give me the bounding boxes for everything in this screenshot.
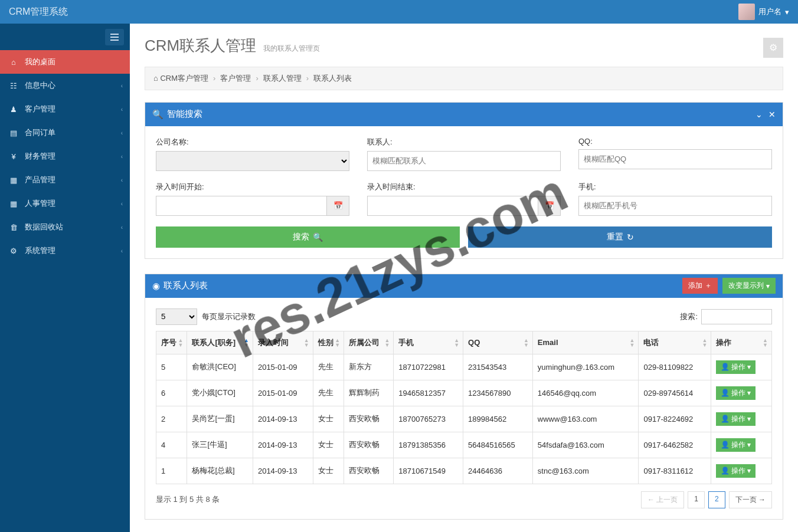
qq-input[interactable]: [578, 149, 772, 169]
reset-button[interactable]: 重置↻: [468, 226, 772, 248]
calendar-icon[interactable]: 📅: [327, 196, 349, 216]
table-cell: 6: [156, 380, 187, 406]
chevron-down-icon: ▾: [747, 363, 751, 371]
end-date-input[interactable]: [367, 196, 538, 216]
pager-page[interactable]: 1: [688, 491, 705, 508]
sort-icon: ▲▼: [763, 338, 768, 347]
table-row: 6党小娥[CTO]2015-01-09先生辉辉制药194658123571234…: [156, 380, 772, 406]
column-header[interactable]: 电话▲▼: [639, 331, 711, 354]
search-button[interactable]: 搜索🔍: [156, 226, 460, 248]
table-cell: 西安欧畅: [344, 432, 394, 458]
table-row: 2吴尚艺[一蛋]2014-09-13女士西安欧畅1870076527318998…: [156, 406, 772, 432]
table-cell: 2014-09-13: [253, 432, 313, 458]
column-header[interactable]: 序号▲▼: [156, 331, 187, 354]
sidebar-item-8[interactable]: ⚙系统管理‹: [0, 239, 130, 262]
table-cell: 0917-6462582: [639, 432, 711, 458]
sidebar-toggle[interactable]: [105, 29, 124, 45]
sidebar-item-4[interactable]: ¥财务管理‹: [0, 145, 130, 168]
column-header[interactable]: 操作▲▼: [711, 331, 772, 354]
start-date-input[interactable]: [156, 196, 327, 216]
column-header[interactable]: Email▲▼: [532, 331, 639, 354]
chevron-down-icon: ▾: [766, 282, 770, 290]
row-action-button[interactable]: 👤操作▾: [716, 464, 756, 478]
breadcrumb-item[interactable]: 联系人列表: [313, 74, 352, 83]
table-cell: 新东方: [344, 354, 394, 380]
table-cell: 党小娥[CTO]: [187, 380, 253, 406]
breadcrumb-item[interactable]: 客户管理: [220, 74, 251, 83]
search-icon: 🔍: [313, 232, 323, 242]
table-cell: 029-81109822: [639, 354, 711, 380]
table-row: 5俞敏洪[CEO]2015-01-09先生新东方1871072298123154…: [156, 354, 772, 380]
page-size-select[interactable]: 5: [156, 308, 197, 325]
add-button[interactable]: 添加＋: [682, 278, 718, 294]
column-header[interactable]: 性别▲▼: [313, 331, 344, 354]
sidebar-item-3[interactable]: ▤合同订单‹: [0, 121, 130, 145]
column-header[interactable]: QQ▲▼: [463, 331, 533, 354]
company-select[interactable]: [156, 151, 349, 171]
table-cell: 0917-8311612: [639, 458, 711, 484]
chevron-down-icon: ▾: [747, 441, 751, 449]
column-header[interactable]: 所属公司▲▼: [344, 331, 394, 354]
nav-icon: ¥: [8, 152, 19, 161]
table-cell: yuminghun@.163.com: [532, 354, 639, 380]
table-cell: 先生: [313, 354, 344, 380]
contacts-table: 序号▲▼联系人[职务]▲▼录入时间▲▼性别▲▼所属公司▲▼手机▲▼QQ▲▼Ema…: [156, 331, 772, 484]
breadcrumb-item[interactable]: 联系人管理: [263, 74, 302, 83]
table-cell: 女士: [313, 406, 344, 432]
chevron-left-icon: ‹: [121, 153, 123, 160]
calendar-icon[interactable]: 📅: [538, 196, 561, 216]
table-cell: 辉辉制药: [344, 380, 394, 406]
chevron-down-icon: ▾: [747, 467, 751, 475]
sort-icon: ▲▼: [702, 338, 708, 347]
nav-label: 人事管理: [25, 198, 55, 209]
sidebar-item-7[interactable]: 🗑数据回收站‹: [0, 215, 130, 239]
row-action-button[interactable]: 👤操作▾: [716, 438, 756, 452]
sidebar-item-2[interactable]: ♟客户管理‹: [0, 97, 130, 121]
sort-icon: ▲▼: [630, 338, 635, 347]
pager-next[interactable]: 下一页 →: [729, 491, 772, 508]
chevron-left-icon: ‹: [121, 106, 123, 113]
table-search-input[interactable]: [701, 309, 772, 324]
table-cell: 1234567890: [463, 380, 533, 406]
nav-icon: ⚙: [8, 247, 19, 255]
sort-icon: ▲▼: [524, 338, 529, 347]
table-cell: 先生: [313, 380, 344, 406]
row-action-button[interactable]: 👤操作▾: [716, 360, 756, 374]
breadcrumb-item[interactable]: CRM客户管理: [160, 74, 208, 83]
sidebar-item-0[interactable]: ⌂我的桌面: [0, 50, 130, 74]
collapse-icon[interactable]: ⌄: [756, 110, 763, 119]
home-icon: ⌂: [153, 74, 158, 83]
sidebar-item-1[interactable]: ☷信息中心‹: [0, 74, 130, 97]
table-cell: 2: [156, 406, 187, 432]
nav-icon: ☷: [8, 81, 19, 90]
column-header[interactable]: 联系人[职务]▲▼: [187, 331, 253, 354]
columns-button[interactable]: 改变显示列▾: [722, 278, 776, 294]
table-cell: 2014-09-13: [253, 406, 313, 432]
settings-button[interactable]: ⚙: [763, 38, 783, 58]
column-header[interactable]: 手机▲▼: [394, 331, 463, 354]
sidebar-item-5[interactable]: ▦产品管理‹: [0, 168, 130, 192]
chevron-left-icon: ‹: [121, 177, 123, 183]
search-icon: 🔍: [152, 109, 163, 120]
contact-input[interactable]: [367, 151, 561, 171]
column-header[interactable]: 录入时间▲▼: [253, 331, 313, 354]
pager-page[interactable]: 2: [708, 491, 725, 508]
user-menu[interactable]: 用户名 ▾: [738, 4, 789, 20]
table-cell: 2014-09-13: [253, 458, 313, 484]
sidebar-item-6[interactable]: ▦人事管理‹: [0, 192, 130, 215]
sort-icon: ▲▼: [335, 338, 340, 347]
table-cell: 146546@qq.com: [532, 380, 639, 406]
list-panel: ◉ 联系人列表 添加＋ 改变显示列▾ 5 每页显示记录数: [145, 274, 783, 520]
row-action-button[interactable]: 👤操作▾: [716, 412, 756, 426]
mobile-input[interactable]: [578, 196, 772, 216]
table-cell: 西安欧畅: [344, 458, 394, 484]
row-action-button[interactable]: 👤操作▾: [716, 386, 756, 400]
table-cell: 2015-01-09: [253, 354, 313, 380]
table-cell: 029-89745614: [639, 380, 711, 406]
close-icon[interactable]: ✕: [768, 110, 776, 119]
table-cell: 54fsdafa@163.com: [532, 432, 639, 458]
pager-prev[interactable]: ← 上一页: [641, 491, 684, 508]
sort-icon: ▲▼: [244, 338, 249, 347]
user-icon: 👤: [721, 467, 730, 475]
nav-label: 数据回收站: [25, 222, 63, 232]
